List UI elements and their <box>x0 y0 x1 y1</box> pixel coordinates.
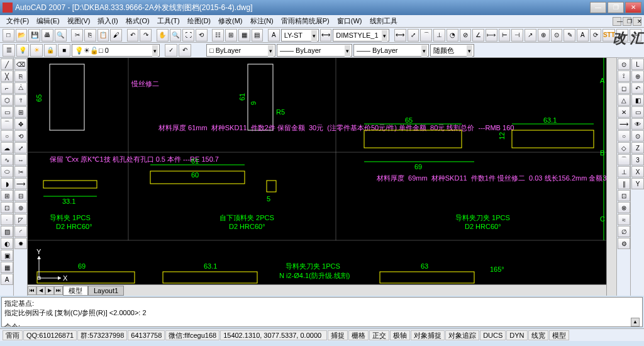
dim-linear-icon[interactable]: ⟷ <box>394 29 406 42</box>
region-icon[interactable]: ▣ <box>1 250 13 261</box>
osnap-nea-icon[interactable]: ≈ <box>618 214 630 225</box>
osnap-non-icon[interactable]: ∅ <box>618 226 630 237</box>
menu-draw[interactable]: 绘图(D) <box>184 16 214 26</box>
dim-diameter-icon[interactable]: ⊘ <box>460 29 472 42</box>
osnap-per-icon[interactable]: ⊥ <box>618 166 630 177</box>
trim-icon[interactable]: ✂ <box>14 166 27 177</box>
mirror-icon[interactable]: ⧊ <box>14 82 27 94</box>
layer-freeze-icon[interactable]: ☀ <box>30 44 43 57</box>
layer-color-icon[interactable]: ■ <box>58 44 70 57</box>
xline-icon[interactable]: ╳ <box>1 70 13 82</box>
osnap-ext-icon[interactable]: ⟶ <box>618 118 630 130</box>
lineweight-dropdown[interactable]: —— ByLayer <box>353 44 429 57</box>
redo-icon[interactable]: ↷ <box>140 29 152 42</box>
osnap-from-icon[interactable]: ⟟ <box>618 70 630 82</box>
status-model[interactable]: 模型 <box>549 330 569 340</box>
extend-icon[interactable]: ⟶ <box>14 178 27 189</box>
layer-dropdown[interactable]: 💡☀🔓□ 0 <box>72 44 160 57</box>
ucs-x-icon[interactable]: X <box>631 166 644 177</box>
status-grid[interactable]: 栅格 <box>348 330 369 340</box>
makecurrent-icon[interactable]: ✓ <box>165 44 177 57</box>
pline-icon[interactable]: ⌐ <box>1 82 13 94</box>
rectangle-icon[interactable]: ▭ <box>1 106 13 118</box>
mtext-icon[interactable]: A <box>1 274 13 285</box>
cut-icon[interactable]: ✂ <box>71 29 83 42</box>
osnap-mid-icon[interactable]: △ <box>618 94 630 106</box>
layer-lock-icon[interactable]: 🔒 <box>44 44 57 57</box>
menu-dimension[interactable]: 标注(N) <box>247 16 277 26</box>
toolpalette-icon[interactable]: ▦ <box>238 29 250 42</box>
table-icon[interactable]: ▦ <box>1 262 13 273</box>
copy2-icon[interactable]: ⎘ <box>14 70 27 82</box>
ucs-y-icon[interactable]: Y <box>631 178 644 189</box>
stretch-icon[interactable]: ↔ <box>14 154 27 165</box>
new-icon[interactable]: □ <box>3 29 14 42</box>
zoomwin-icon[interactable]: ⛶ <box>182 29 194 42</box>
color-dropdown[interactable]: □ ByLayer <box>206 44 275 57</box>
menu-file[interactable]: 文件(F) <box>3 16 33 26</box>
dim-leader-icon[interactable]: ↗ <box>525 29 536 42</box>
paste-icon[interactable]: 📋 <box>97 29 109 42</box>
calc-icon[interactable]: ▤ <box>252 29 264 42</box>
plotcolor-dropdown[interactable]: 随颜色 <box>430 44 474 57</box>
ucs-origin-icon[interactable]: ⊙ <box>631 130 644 142</box>
osnap-qua-icon[interactable]: ◇ <box>618 142 630 153</box>
tab-model[interactable]: 模型 <box>63 286 88 296</box>
gradient-icon[interactable]: ◐ <box>1 238 13 249</box>
dim-update-icon[interactable]: ⟳ <box>590 29 602 42</box>
menu-leiyu[interactable]: 雷雨精简统展P) <box>277 16 333 26</box>
ucs-z-icon[interactable]: Z <box>631 142 644 153</box>
designcenter-icon[interactable]: ⊞ <box>225 29 237 42</box>
status-snap[interactable]: 捕捉 <box>328 330 348 340</box>
ucs-world-icon[interactable]: ⊕ <box>631 70 644 82</box>
status-dyn[interactable]: DYN <box>506 330 527 340</box>
status-ortho[interactable]: 正交 <box>369 330 389 340</box>
ellipse-icon[interactable]: ⬭ <box>1 166 13 177</box>
scale-icon[interactable]: ⤢ <box>14 142 27 153</box>
ucs-face-icon[interactable]: ◧ <box>631 94 644 106</box>
break-icon[interactable]: ⊟ <box>14 190 27 201</box>
ellipsearc-icon[interactable]: ◗ <box>1 178 13 189</box>
arc-icon[interactable]: ⌒ <box>1 118 13 130</box>
textstyle-dropdown[interactable]: LY-ST <box>281 29 319 42</box>
dim-center-icon[interactable]: ⊙ <box>551 29 563 42</box>
status-osnap[interactable]: 对象捕捉 <box>411 330 445 340</box>
ucs-obj-icon[interactable]: ▭ <box>631 106 644 118</box>
dimstyle-dropdown[interactable]: DIMSTYLE_1 <box>333 29 389 42</box>
insertblock-icon[interactable]: ⊞ <box>1 190 13 201</box>
ucs-3p-icon[interactable]: 3 <box>631 154 644 165</box>
dim-arc-icon[interactable]: ⌒ <box>420 29 432 42</box>
osnap-set-icon[interactable]: ⚙ <box>618 238 630 249</box>
dim-baseline-icon[interactable]: ⊢ <box>499 29 511 42</box>
array-icon[interactable]: ⊞ <box>14 106 27 118</box>
join-icon[interactable]: ⊕ <box>14 202 27 213</box>
tab-prev-icon[interactable]: ◀ <box>36 286 45 295</box>
offset-icon[interactable]: ⫯ <box>14 94 27 106</box>
dim-textedit-icon[interactable]: A <box>577 29 589 42</box>
layerprev-icon[interactable]: ↶ <box>179 44 191 57</box>
spline-icon[interactable]: ∿ <box>1 154 13 165</box>
makeblock-icon[interactable]: ⊡ <box>1 202 13 213</box>
status-ducs[interactable]: DUCS <box>480 330 506 340</box>
erase-icon[interactable]: ⌫ <box>14 59 27 70</box>
point-icon[interactable]: · <box>1 214 13 225</box>
tab-next-icon[interactable]: ▶ <box>45 286 54 295</box>
zoom-icon[interactable]: 🔍 <box>170 29 182 42</box>
osnap-temp-icon[interactable]: ⊙ <box>618 59 630 70</box>
osnap-int-icon[interactable]: ✕ <box>618 106 630 118</box>
explode-icon[interactable]: ✸ <box>14 238 27 249</box>
menu-tools[interactable]: 工具(T) <box>153 16 184 26</box>
polygon-icon[interactable]: ⬡ <box>1 94 13 106</box>
osnap-nod-icon[interactable]: ⊗ <box>618 202 630 213</box>
save-icon[interactable]: 💾 <box>28 29 40 42</box>
drawing-canvas[interactable]: A B C 慢丝修二 65 33.1 保留 ℃xx 原K℃1技 机孔处有孔口 0… <box>28 58 606 284</box>
maximize-button[interactable]: ❐ <box>608 2 624 13</box>
doc-minimize-icon[interactable]: — <box>613 17 621 26</box>
minimize-button[interactable]: — <box>590 2 606 13</box>
copy-icon[interactable]: ⎘ <box>84 29 96 42</box>
menu-format[interactable]: 格式(O) <box>122 16 153 26</box>
props-icon[interactable]: ☷ <box>212 29 224 42</box>
dim-continue-icon[interactable]: ⊣ <box>511 29 523 42</box>
menu-view[interactable]: 视图(V) <box>64 16 94 26</box>
revcloud-icon[interactable]: ☁ <box>1 142 13 153</box>
